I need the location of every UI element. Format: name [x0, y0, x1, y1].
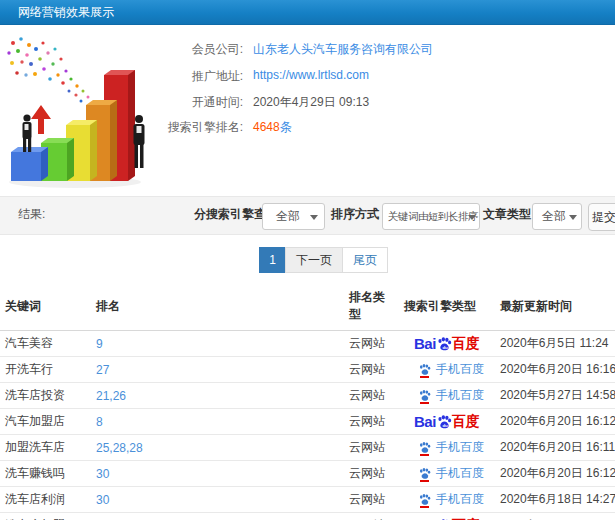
mobile-baidu-badge: 手机百度: [418, 361, 484, 378]
engine-cell: Bai du 百度: [399, 513, 495, 520]
keyword-cell: 汽车加盟店: [0, 409, 91, 435]
engine-cell: 手机百度: [399, 383, 495, 409]
bar-blue: [11, 147, 48, 181]
baidu-paw-icon: du: [436, 414, 452, 430]
member-company-label: 会员公司:: [155, 41, 243, 58]
update-time-cell: 2020年6月20日 16:11: [495, 435, 615, 461]
open-time-label: 开通时间:: [155, 94, 243, 111]
update-time-cell: 2020年6月20日 16:16: [495, 357, 615, 383]
svg-text:du: du: [442, 344, 448, 349]
page-title: 网络营销效果展示: [18, 0, 114, 25]
engine-rank-row: 搜索引擎排名: 4648条: [155, 119, 595, 137]
confetti-dots: [7, 37, 94, 104]
member-company-link[interactable]: 山东老人头汽车服务咨询有限公司: [253, 41, 433, 58]
mobile-baidu-paw-icon: [418, 467, 431, 480]
chevron-down-icon: [569, 215, 577, 220]
mobile-baidu-paw-icon: [418, 389, 431, 402]
table-row: 洗车店利润 30 云网站 手机百度: [0, 487, 615, 513]
rank-type-cell: 云网站: [344, 435, 399, 461]
update-time-cell: 2020年6月5日 11:24: [495, 331, 615, 357]
update-time-cell: 2020年6月18日 14:30: [495, 513, 615, 520]
update-time-cell: 2020年6月20日 16:12: [495, 461, 615, 487]
keyword-cell: 汽车美容: [0, 331, 91, 357]
keyword-cell: 洗车店利润: [0, 487, 91, 513]
rank-cell: 8: [91, 409, 344, 435]
rank-cell: 3: [91, 513, 344, 520]
engine-cell: 手机百度: [399, 435, 495, 461]
engine-select-value: 全部: [276, 209, 300, 223]
rank-cell: 30: [91, 461, 344, 487]
engine-select[interactable]: 全部: [262, 203, 325, 230]
rank-type-cell: 云网站: [344, 331, 399, 357]
article-filter-label: 文章类型: [483, 206, 531, 223]
keyword-cell: 洗车赚钱吗: [0, 461, 91, 487]
article-select-value: 全部: [542, 209, 566, 223]
engine-cell: Bai du 百度: [399, 409, 495, 435]
red-underline: [420, 480, 429, 482]
results-table-body: 汽车美容 9 云网站 Bai du: [0, 331, 615, 520]
rank-type-cell: 云网站: [344, 383, 399, 409]
table-row: 洗车店投资 21,26 云网站 手: [0, 383, 615, 409]
businessman-right: [134, 115, 145, 168]
table-row: 开洗车行 27 云网站 手机百度: [0, 357, 615, 383]
mobile-baidu-badge: 手机百度: [418, 387, 484, 404]
rank-count: 4648: [253, 120, 280, 134]
engine-rank-value: 4648条: [253, 119, 292, 136]
page-current[interactable]: 1: [259, 247, 286, 273]
submit-button[interactable]: 提交: [588, 203, 615, 231]
rank-cell: 30: [91, 487, 344, 513]
mobile-baidu-paw-icon: [418, 493, 431, 506]
results-table: 关键词 排名 排名类型 搜索引擎类型 最新更新时间 汽车美容 9 云网站 Bai: [0, 281, 615, 520]
page: 网络营销效果展示: [0, 0, 615, 520]
open-time-value: 2020年4月29日 09:13: [253, 94, 369, 111]
red-underline: [420, 402, 429, 404]
article-type-select[interactable]: 全部: [532, 203, 582, 230]
baidu-paw-icon: du: [436, 336, 452, 352]
mobile-baidu-badge: 手机百度: [418, 491, 484, 508]
table-row: 汽车加盟店 8 云网站 Bai du: [0, 409, 615, 435]
col-keyword: 关键词: [0, 281, 91, 331]
chevron-down-icon: [310, 215, 318, 220]
engine-cell: 手机百度: [399, 357, 495, 383]
engine-cell: Bai du 百度: [399, 331, 495, 357]
rank-type-cell: 云网站: [344, 487, 399, 513]
growth-chart-illustration: [3, 31, 155, 193]
pagination: 1 下一页 尾页: [259, 247, 388, 273]
page-next-button[interactable]: 下一页: [285, 247, 343, 273]
col-update-time: 最新更新时间: [495, 281, 615, 331]
businessman-left: [23, 114, 32, 152]
promo-url-label: 推广地址:: [155, 68, 243, 85]
rank-cell: 27: [91, 357, 344, 383]
update-time-cell: 2020年5月27日 14:58: [495, 383, 615, 409]
red-underline: [420, 454, 429, 456]
keyword-cell: 洗车店投资: [0, 383, 91, 409]
page-last-button[interactable]: 尾页: [342, 247, 388, 273]
rank-cell: 9: [91, 331, 344, 357]
engine-cell: 手机百度: [399, 487, 495, 513]
sort-select[interactable]: 关键词由短到长排序: [382, 203, 480, 230]
baidu-logo: Bai du 百度: [414, 335, 480, 353]
rank-cell: 25,28,28: [91, 435, 344, 461]
red-underline: [420, 376, 429, 378]
open-time-row: 开通时间: 2020年4月29日 09:13: [155, 94, 595, 112]
engine-rank-label: 搜索引擎排名:: [155, 119, 243, 136]
table-row: 加盟洗车店 25,28,28 云网站: [0, 435, 615, 461]
promo-url-link[interactable]: https://www.lrtlsd.com: [253, 68, 369, 82]
keyword-cell: 加盟洗车店: [0, 435, 91, 461]
top-header-bar: 网络营销效果展示: [0, 0, 615, 25]
filter-bar: 结果: 分搜索引擎查看 全部 排序方式 关键词由短到长排序 文章类型 全部 提交: [0, 196, 615, 235]
table-row: 洗车店加盟 3 云网站 Bai du: [0, 513, 615, 520]
engine-cell: 手机百度: [399, 461, 495, 487]
keyword-cell: 开洗车行: [0, 357, 91, 383]
mobile-baidu-badge: 手机百度: [418, 465, 484, 482]
table-header-row: 关键词 排名 排名类型 搜索引擎类型 最新更新时间: [0, 281, 615, 331]
keyword-cell: 洗车店加盟: [0, 513, 91, 520]
rank-type-cell: 云网站: [344, 461, 399, 487]
table-row: 洗车赚钱吗 30 云网站 手机百度: [0, 461, 615, 487]
col-rank-type: 排名类型: [344, 281, 399, 331]
table-row: 汽车美容 9 云网站 Bai du: [0, 331, 615, 357]
rank-type-cell: 云网站: [344, 513, 399, 520]
member-company-row: 会员公司: 山东老人头汽车服务咨询有限公司: [155, 41, 595, 59]
mobile-baidu-badge: 手机百度: [418, 439, 484, 456]
svg-text:du: du: [442, 422, 448, 427]
